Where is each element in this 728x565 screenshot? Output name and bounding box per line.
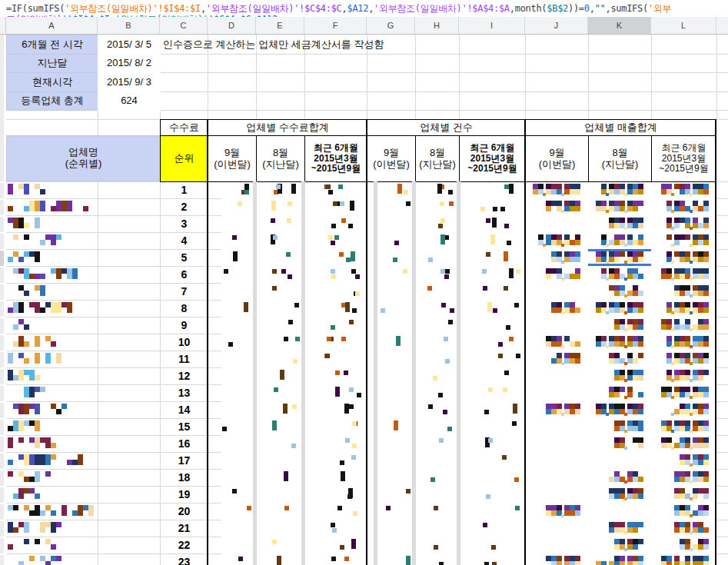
cell-company-redacted[interactable] [6,283,98,300]
cell-K-redacted[interactable] [588,215,651,232]
cell-H-redacted[interactable] [415,503,459,520]
header-company-name[interactable]: 업체명 (순위별) [6,135,161,181]
cell-D-redacted[interactable] [208,232,256,249]
cell-I-redacted[interactable] [459,553,525,565]
rank-cell[interactable]: 12 [161,367,208,384]
cell-D-redacted[interactable] [208,351,256,367]
cell-E-redacted[interactable] [256,249,304,266]
cell-H-redacted[interactable] [415,215,459,232]
cell-E-redacted[interactable] [256,198,304,215]
info-value-registered-total[interactable]: 624 [98,91,161,111]
rank-cell[interactable]: 18 [161,469,208,486]
cell-D-redacted[interactable] [208,249,256,266]
cell-L-redacted[interactable] [651,553,716,565]
column-header-H[interactable]: H [415,17,459,34]
cell-I-redacted[interactable] [459,317,525,334]
rank-cell[interactable]: 13 [161,384,208,401]
cell-F-redacted[interactable] [304,249,367,266]
row-header-strip[interactable] [0,35,4,565]
cell-F-redacted[interactable] [304,486,367,503]
cell-F-redacted[interactable] [304,334,367,351]
selected-cell-outline[interactable] [588,249,651,266]
info-label-registered-total[interactable]: 등록업체 총계 [6,91,98,111]
cell-E-redacted[interactable] [256,283,304,300]
cell-H-redacted[interactable] [415,249,459,266]
cell-D-redacted[interactable] [208,435,256,452]
cell-F-redacted[interactable] [304,418,367,435]
cell-H-redacted[interactable] [415,418,459,435]
cell-F-redacted[interactable] [304,266,367,283]
cell-company-redacted[interactable] [6,181,98,198]
column-header-D[interactable]: D [208,17,256,34]
header-sales-6mo[interactable]: 최근 6개월 2015년3월 ~2015년9월 [651,135,716,182]
cell-F-redacted[interactable] [304,283,367,300]
cell-F-redacted[interactable] [304,181,367,198]
cell-J-redacted[interactable] [525,418,588,435]
cell-H-redacted[interactable] [415,553,459,565]
header-count-aug[interactable]: 8월 (지난달) [415,135,460,182]
cell-I-redacted[interactable] [459,469,525,486]
cell-I-redacted[interactable] [459,198,525,215]
header-fee-sep[interactable]: 9월 (이번달) [208,135,257,182]
cell-company-redacted[interactable] [6,334,98,351]
cell-F-redacted[interactable] [304,401,367,418]
cell-D-redacted[interactable] [208,300,256,317]
cell-company-redacted[interactable] [6,317,98,334]
cell-J-redacted[interactable] [525,520,588,537]
cell-D-redacted[interactable] [208,520,256,537]
cell-K-redacted[interactable] [588,435,651,452]
cell-K-redacted[interactable] [588,384,651,401]
cell-F-redacted[interactable] [304,537,367,553]
cell-K-redacted[interactable] [588,198,651,215]
cell-J-redacted[interactable] [525,181,588,198]
cell-I-redacted[interactable] [459,181,525,198]
cell-E-redacted[interactable] [256,181,304,198]
cell-E-redacted[interactable] [256,334,304,351]
rank-cell[interactable]: 4 [161,232,208,249]
cell-I-redacted[interactable] [459,249,525,266]
cell-company-redacted[interactable] [6,537,98,553]
cell-I-redacted[interactable] [459,351,525,367]
cell-J-redacted[interactable] [525,232,588,249]
cell-D-redacted[interactable] [208,181,256,198]
cell-L-redacted[interactable] [651,249,716,266]
cell-company-redacted[interactable] [6,435,98,452]
cell-J-redacted[interactable] [525,317,588,334]
cell-L-redacted[interactable] [651,486,716,503]
cell-J-redacted[interactable] [525,503,588,520]
column-header-G[interactable]: G [367,17,415,34]
cell-I-redacted[interactable] [459,452,525,469]
cell-K-redacted[interactable] [588,452,651,469]
cell-K-redacted[interactable] [588,486,651,503]
cell-J-redacted[interactable] [525,384,588,401]
cell-E-redacted[interactable] [256,469,304,486]
cell-I-redacted[interactable] [459,384,525,401]
cell-E-redacted[interactable] [256,317,304,334]
info-value-last-month[interactable]: 2015/ 8/ 2 [98,54,161,73]
cell-F-redacted[interactable] [304,469,367,486]
cell-D-redacted[interactable] [208,266,256,283]
cell-L-redacted[interactable] [651,334,716,351]
cell-J-redacted[interactable] [525,266,588,283]
cell-E-redacted[interactable] [256,520,304,537]
cell-K-redacted[interactable] [588,520,651,537]
rank-cell[interactable]: 1 [161,181,208,198]
cell-I-redacted[interactable] [459,520,525,537]
cell-J-redacted[interactable] [525,469,588,486]
cell-E-redacted[interactable] [256,418,304,435]
cell-company-redacted[interactable] [6,249,98,266]
cell-K-redacted[interactable] [588,401,651,418]
cell-I-redacted[interactable] [459,401,525,418]
column-header-F[interactable]: F [304,17,367,34]
cell-F-redacted[interactable] [304,503,367,520]
header-count-6mo[interactable]: 최근 6개월 2015년3월 ~2015년9월 [459,135,526,182]
cell-K-redacted[interactable] [588,232,651,249]
cell-L-redacted[interactable] [651,317,716,334]
cell-D-redacted[interactable] [208,384,256,401]
cell-H-redacted[interactable] [415,520,459,537]
rank-cell[interactable]: 15 [161,418,208,435]
cell-F-redacted[interactable] [304,435,367,452]
cell-K-redacted[interactable] [588,334,651,351]
header-group-fee-total[interactable]: 업체별 수수료합계 [208,119,367,136]
cell-company-redacted[interactable] [6,384,98,401]
